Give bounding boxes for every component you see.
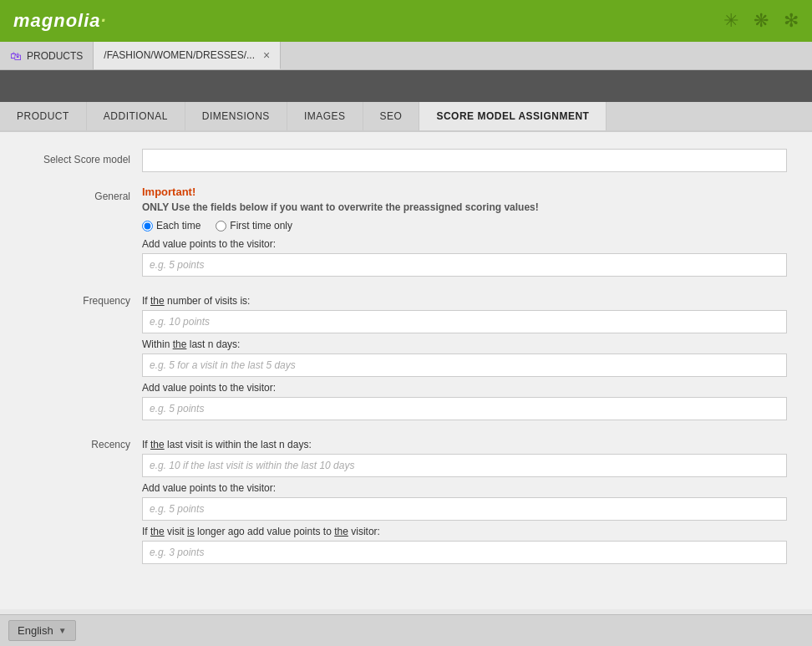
- warning-text: ONLY Use the fields below if you want to…: [142, 201, 787, 213]
- main-content: Select Score model General Important! ON…: [0, 132, 812, 609]
- frequency-visits-input[interactable]: [142, 310, 787, 333]
- radio-each-time[interactable]: Each time: [142, 220, 200, 231]
- asterisk-icon[interactable]: ✻: [784, 10, 799, 32]
- tabbar: 🛍 PRODUCTS /FASHION/WOMEN/DRESSES/... ×: [0, 42, 812, 70]
- select-score-model-content: [142, 149, 787, 172]
- frequency-add-value-label: Add value points to the visitor:: [142, 382, 787, 394]
- tab-fashion[interactable]: /FASHION/WOMEN/DRESSES/... ×: [94, 42, 281, 69]
- tab-seo[interactable]: SEO: [363, 102, 420, 130]
- radio-first-time[interactable]: First time only: [216, 220, 292, 231]
- recency-last-visit-label: If the last visit is within the last n d…: [142, 439, 787, 450]
- radio-first-time-label: First time only: [230, 220, 292, 231]
- frequency-add-value-input[interactable]: [142, 397, 787, 420]
- frequency-visits-label: If the number of visits is:: [142, 295, 787, 307]
- select-score-model-row: Select Score model: [25, 149, 787, 172]
- general-label: General: [25, 186, 142, 202]
- language-label: English: [18, 624, 53, 637]
- recency-content: If the last visit is within the last n d…: [142, 434, 787, 564]
- radio-group: Each time First time only: [142, 220, 787, 231]
- radio-each-time-input[interactable]: [142, 221, 153, 231]
- select-score-model-input[interactable]: [142, 149, 787, 172]
- recency-add-value-input[interactable]: [142, 497, 787, 521]
- section-tabs: PRODUCT ADDITIONAL DIMENSIONS IMAGES SEO…: [0, 102, 812, 132]
- frequency-content: If the number of visits is: Within the l…: [142, 290, 787, 420]
- radio-first-time-input[interactable]: [216, 221, 226, 231]
- frequency-row: Frequency If the number of visits is: Wi…: [25, 290, 787, 420]
- topbar-icons: ✳ ❋ ✻: [723, 10, 799, 32]
- important-text: Important!: [142, 186, 787, 198]
- recency-last-visit-input[interactable]: [142, 454, 787, 477]
- tab-dimensions[interactable]: DIMENSIONS: [185, 102, 287, 130]
- products-icon: 🛍: [10, 49, 22, 63]
- tab-products[interactable]: 🛍 PRODUCTS: [0, 42, 94, 69]
- frequency-last-n-days-input[interactable]: [142, 354, 787, 377]
- tab-products-label: PRODUCTS: [27, 50, 83, 62]
- radio-each-time-label: Each time: [156, 220, 200, 231]
- language-dropdown[interactable]: English ▼: [8, 620, 76, 641]
- recency-row: Recency If the last visit is within the …: [25, 434, 787, 564]
- general-add-value-label: Add value points to the visitor:: [142, 238, 787, 250]
- warning-strong: ONLY Use the fields below if you want to…: [142, 201, 539, 213]
- app-logo: magnolia·: [13, 10, 107, 32]
- tab-product[interactable]: PRODUCT: [0, 102, 87, 130]
- dark-header: [0, 70, 812, 102]
- general-row: General Important! ONLY Use the fields b…: [25, 186, 787, 277]
- tab-images[interactable]: IMAGES: [287, 102, 363, 130]
- bottombar: English ▼: [0, 614, 812, 646]
- crosshair-icon[interactable]: ✳: [723, 10, 738, 32]
- recency-longer-ago-input[interactable]: [142, 541, 787, 564]
- grid-icon[interactable]: ❋: [754, 10, 769, 32]
- recency-label: Recency: [25, 434, 142, 450]
- frequency-last-n-days-label: Within the last n days:: [142, 338, 787, 350]
- recency-add-value-label: Add value points to the visitor:: [142, 482, 787, 494]
- tab-close-icon[interactable]: ×: [263, 49, 270, 61]
- dropdown-arrow-icon: ▼: [58, 626, 67, 635]
- general-add-value-input[interactable]: [142, 253, 787, 277]
- select-score-model-label: Select Score model: [25, 149, 142, 165]
- frequency-label: Frequency: [25, 290, 142, 307]
- recency-longer-ago-label: If the visit is longer ago add value poi…: [142, 526, 787, 537]
- logo-dot: ·: [101, 10, 107, 31]
- tab-fashion-label: /FASHION/WOMEN/DRESSES/...: [104, 49, 255, 61]
- general-content: Important! ONLY Use the fields below if …: [142, 186, 787, 277]
- tab-score-model[interactable]: SCORE MODEL ASSIGNMENT: [419, 102, 606, 130]
- topbar: magnolia· ✳ ❋ ✻: [0, 0, 812, 42]
- tab-additional[interactable]: ADDITIONAL: [87, 102, 185, 130]
